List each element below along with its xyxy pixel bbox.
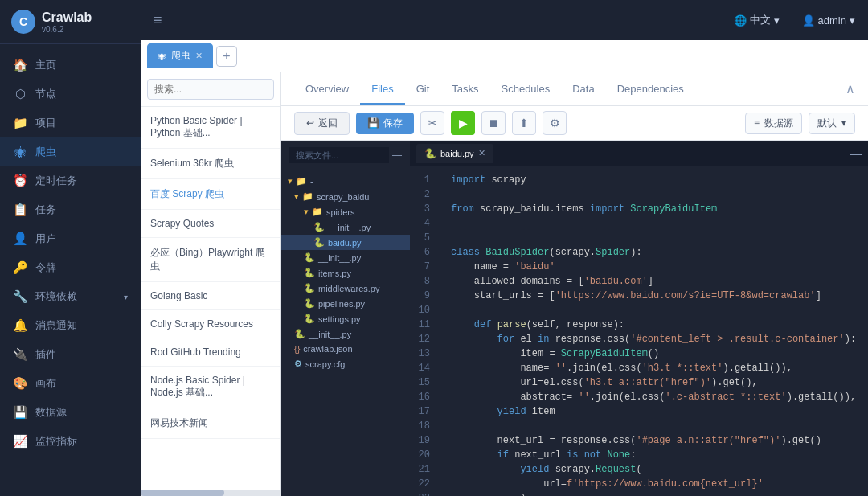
tree-item-label: items.py	[318, 268, 351, 278]
settings-button[interactable]: ⚙	[542, 111, 567, 135]
python-file-icon: 🐍	[313, 222, 325, 232]
folder-icon: 📁	[312, 207, 323, 217]
scissors-button[interactable]: ✂	[420, 111, 444, 135]
content-area: Python Basic Spider | Python 基础... Selen…	[141, 72, 868, 496]
home-icon: 🏠	[13, 58, 27, 72]
sidebar-item-metrics[interactable]: 📈 监控指标	[0, 427, 141, 456]
spider-list-panel: Python Basic Spider | Python 基础... Selen…	[141, 72, 281, 496]
tab-dependencies[interactable]: Dependencies	[606, 75, 695, 105]
file-search-input[interactable]	[289, 147, 389, 163]
sidebar-item-spiders[interactable]: 🕷 爬虫	[0, 137, 141, 166]
sidebar-item-home[interactable]: 🏠 主页	[0, 51, 141, 80]
tab-tasks[interactable]: Tasks	[440, 75, 489, 105]
sidebar-item-label: 插件	[35, 347, 56, 362]
list-item[interactable]: Selenium 36kr 爬虫	[141, 149, 280, 179]
python-file-icon: 🐍	[313, 237, 325, 248]
editor-tab-bar: 🐍 baidu.py ✕ —	[410, 141, 868, 166]
tab-schedules[interactable]: Schedules	[490, 75, 562, 105]
tree-folder-root[interactable]: ▾ 📁 -	[281, 174, 410, 189]
tree-file-middlewares[interactable]: 🐍 middlewares.py	[281, 281, 410, 296]
sidebar-header: C Crawlab v0.6.2	[0, 0, 141, 44]
run-button[interactable]: ▶	[451, 111, 475, 135]
sidebar-item-canvas[interactable]: 🎨 画布	[0, 369, 141, 398]
sidebar-item-env[interactable]: 🔧 环境依赖 ▾	[0, 282, 141, 311]
sidebar-item-label: 监控指标	[35, 434, 77, 449]
spider-search-input[interactable]	[147, 79, 274, 100]
sidebar-item-schedules[interactable]: ⏰ 定时任务	[0, 166, 141, 195]
spider-tab[interactable]: 🕷 爬虫 ✕	[147, 43, 213, 68]
user-menu[interactable]: 👤 admin ▾	[802, 14, 855, 27]
tree-file-baidu[interactable]: 🐍 baidu.py	[281, 235, 410, 250]
back-button[interactable]: ↩ 返回	[294, 112, 350, 135]
collapse-button[interactable]: ∧	[845, 81, 855, 96]
sidebar-item-plugins[interactable]: 🔌 插件	[0, 340, 141, 369]
app-logo: C	[11, 10, 35, 34]
tab-close-button[interactable]: ✕	[195, 51, 203, 61]
topbar: ≡ 🌐 中文 ▾ 👤 admin ▾	[141, 0, 868, 40]
sidebar-item-label: 画布	[35, 376, 56, 391]
language-selector[interactable]: 🌐 中文 ▾	[734, 13, 780, 27]
code-text[interactable]: import scrapy from scrapy_baidu.items im…	[438, 166, 868, 496]
sidebar-item-users[interactable]: 👤 用户	[0, 224, 141, 253]
add-tab-button[interactable]: +	[216, 46, 237, 67]
scrollbar[interactable]	[141, 490, 280, 496]
globe-icon: 🌐	[734, 14, 747, 27]
tree-file-init3[interactable]: 🐍 __init__.py	[281, 326, 410, 342]
sidebar-item-notifications[interactable]: 🔔 消息通知	[0, 311, 141, 340]
back-label: 返回	[318, 117, 338, 130]
list-item[interactable]: Python Basic Spider | Python 基础...	[141, 107, 280, 149]
upload-button[interactable]: ⬆	[512, 111, 536, 135]
json-file-icon: {}	[294, 344, 300, 354]
sidebar-item-tasks[interactable]: 📋 任务	[0, 195, 141, 224]
tree-file-init2[interactable]: 🐍 __init__.py	[281, 250, 410, 265]
tab-overview[interactable]: Overview	[294, 75, 360, 105]
default-label: 默认	[817, 117, 837, 130]
tab-git[interactable]: Git	[405, 75, 441, 105]
tab-files[interactable]: Files	[360, 75, 404, 105]
tree-folder-spiders[interactable]: ▾ 📁 spiders	[281, 204, 410, 219]
canvas-icon: 🎨	[13, 376, 27, 391]
list-item[interactable]: Rod GitHub Trending	[141, 338, 280, 367]
nodes-icon: ⬡	[13, 87, 27, 101]
code-content[interactable]: 1234567891011121314151617181920212223242…	[410, 166, 868, 496]
save-button[interactable]: 💾 保存	[356, 113, 414, 134]
list-item[interactable]: 百度 Scrapy 爬虫	[141, 179, 280, 210]
plugins-icon: 🔌	[13, 347, 27, 362]
tree-file-init[interactable]: 🐍 __init__.py	[281, 219, 410, 235]
tree-folder-scrapy-baidu[interactable]: ▾ 📁 scrapy_baidu	[281, 189, 410, 204]
list-item[interactable]: 必应（Bing）Playwright 爬虫	[141, 238, 280, 282]
sidebar-item-label: 爬虫	[35, 145, 56, 159]
tree-item-label: __init__.py	[309, 330, 351, 339]
tree-item-label: baidu.py	[328, 238, 362, 248]
default-selector[interactable]: 默认 ▾	[809, 113, 855, 134]
sidebar-item-datasources[interactable]: 💾 数据源	[0, 398, 141, 427]
tree-file-items[interactable]: 🐍 items.py	[281, 265, 410, 281]
sidebar-item-label: 环境依赖	[35, 289, 77, 304]
tree-item-label: __init__.py	[328, 223, 371, 232]
sidebar-item-tokens[interactable]: 🔑 令牌	[0, 253, 141, 282]
tree-file-pipelines[interactable]: 🐍 pipelines.py	[281, 296, 410, 311]
minimize-editor-button[interactable]: —	[850, 147, 862, 160]
tree-item-label: scrapy_baidu	[317, 192, 369, 202]
tree-file-scrapy-cfg[interactable]: ⚙ scrapy.cfg	[281, 356, 410, 371]
datasources-icon: 💾	[13, 405, 27, 420]
editor-tab-baidu[interactable]: 🐍 baidu.py ✕	[416, 144, 493, 163]
collapse-tree-icon[interactable]: —	[392, 150, 402, 161]
python-file-icon: 🐍	[304, 268, 315, 278]
list-item[interactable]: Golang Basic	[141, 282, 280, 310]
sidebar-item-projects[interactable]: 📁 项目	[0, 109, 141, 137]
list-item[interactable]: Node.js Basic Spider | Node.js 基础...	[141, 367, 280, 408]
menu-toggle-button[interactable]: ≡	[154, 12, 162, 29]
editor-tab-close[interactable]: ✕	[478, 148, 485, 158]
tab-data[interactable]: Data	[561, 75, 605, 105]
sidebar-item-nodes[interactable]: ⬡ 节点	[0, 80, 141, 109]
projects-icon: 📁	[13, 116, 27, 130]
tree-item-label: spiders	[326, 207, 354, 217]
stop-button[interactable]: ⏹	[481, 111, 506, 135]
list-item[interactable]: 网易技术新闻	[141, 408, 280, 439]
datasource-selector[interactable]: ≡ 数据源	[745, 113, 802, 134]
tree-file-settings[interactable]: 🐍 settings.py	[281, 311, 410, 326]
list-item[interactable]: Colly Scrapy Resources	[141, 310, 280, 338]
list-item[interactable]: Scrapy Quotes	[141, 210, 280, 238]
tree-file-crawlab-json[interactable]: {} crawlab.json	[281, 342, 410, 356]
